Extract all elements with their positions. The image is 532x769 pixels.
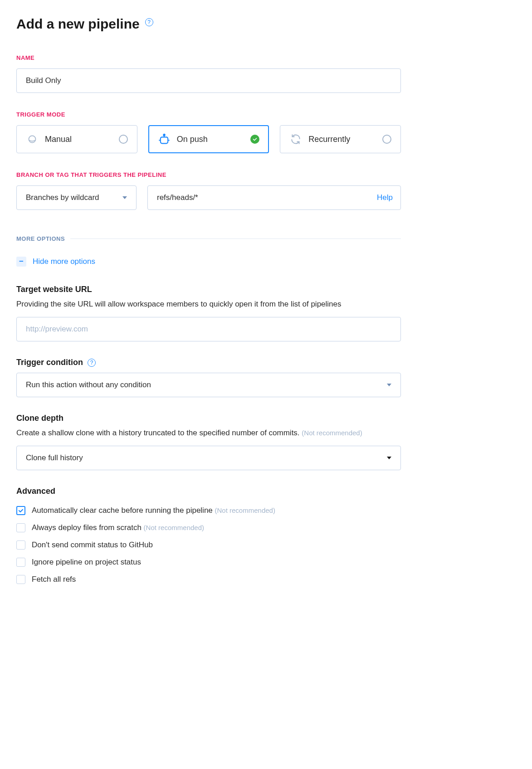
target-url-input[interactable] — [16, 317, 401, 341]
trigger-condition-heading-text: Trigger condition — [16, 358, 83, 367]
page-title-text: Add a new pipeline — [16, 16, 140, 32]
target-url-desc: Providing the site URL will allow worksp… — [16, 300, 401, 309]
more-options-label: MORE OPTIONS — [16, 235, 65, 242]
checkbox-label: Fetch all refs — [32, 575, 76, 584]
trigger-condition-heading: Trigger condition ? — [16, 358, 401, 367]
radio-unselected-icon — [382, 135, 391, 144]
trigger-on-push[interactable]: On push — [148, 125, 269, 153]
name-input[interactable] — [16, 68, 401, 93]
checkbox-label: Automatically clear cache before running… — [32, 506, 275, 515]
clone-depth-heading: Clone depth — [16, 414, 401, 423]
trigger-manual[interactable]: Manual — [16, 125, 137, 153]
chevron-down-icon — [122, 196, 127, 199]
clone-depth-desc: Create a shallow clone with a history tr… — [16, 428, 401, 438]
branch-type-select[interactable]: Branches by wildcard — [16, 185, 137, 210]
trigger-recurrently[interactable]: Recurrently — [280, 125, 401, 153]
checkbox-unchecked-icon — [16, 523, 25, 532]
chevron-down-icon — [387, 457, 391, 459]
branch-label: BRANCH OR TAG THAT TRIGGERS THE PIPELINE — [16, 171, 401, 178]
advanced-option-deploy-scratch[interactable]: Always deploy files from scratch (Not re… — [16, 523, 401, 532]
trigger-condition-value: Run this action without any condition — [26, 380, 151, 389]
checkbox-unchecked-icon — [16, 575, 25, 584]
minus-icon: − — [16, 257, 26, 267]
clone-depth-select[interactable]: Clone full history — [16, 446, 401, 470]
advanced-option-ignore-pipeline[interactable]: Ignore pipeline on project status — [16, 558, 401, 567]
advanced-option-no-commit-status[interactable]: Don't send commit status to GitHub — [16, 540, 401, 550]
advanced-option-fetch-all-refs[interactable]: Fetch all refs — [16, 575, 401, 584]
manual-icon — [26, 133, 39, 146]
svg-point-0 — [29, 136, 35, 142]
trigger-manual-label: Manual — [45, 135, 112, 144]
refresh-icon — [289, 133, 302, 146]
checkbox-unchecked-icon — [16, 540, 25, 550]
help-link[interactable]: Help — [377, 193, 393, 202]
hide-more-options-label: Hide more options — [33, 257, 95, 266]
not-recommended-label: (Not recommended) — [302, 429, 362, 437]
name-label: NAME — [16, 54, 401, 61]
branch-type-value: Branches by wildcard — [26, 193, 99, 202]
advanced-heading: Advanced — [16, 487, 401, 496]
checkbox-label: Don't send commit status to GitHub — [32, 540, 153, 550]
checkbox-unchecked-icon — [16, 558, 25, 567]
hide-more-options[interactable]: − Hide more options — [16, 257, 401, 267]
svg-rect-3 — [161, 137, 168, 143]
trigger-on-push-label: On push — [177, 135, 244, 144]
trigger-condition-select[interactable]: Run this action without any condition — [16, 373, 401, 397]
robot-icon — [158, 133, 171, 146]
page-title: Add a new pipeline ? — [16, 16, 401, 32]
clone-depth-value: Clone full history — [26, 453, 83, 462]
target-url-heading: Target website URL — [16, 285, 401, 294]
radio-selected-icon — [250, 135, 259, 144]
help-icon[interactable]: ? — [145, 18, 153, 26]
checkbox-label: Ignore pipeline on project status — [32, 558, 141, 567]
trigger-recurrently-label: Recurrently — [308, 135, 376, 144]
trigger-mode-label: TRIGGER MODE — [16, 111, 401, 118]
chevron-down-icon — [387, 384, 391, 386]
checkbox-label: Always deploy files from scratch (Not re… — [32, 523, 204, 532]
checkbox-checked-icon — [16, 506, 25, 515]
advanced-option-clear-cache[interactable]: Automatically clear cache before running… — [16, 506, 401, 515]
svg-point-1 — [163, 134, 165, 136]
help-icon[interactable]: ? — [88, 359, 96, 367]
more-options-divider: MORE OPTIONS — [16, 235, 401, 242]
branch-pattern-input[interactable] — [147, 185, 401, 210]
divider-line — [70, 238, 401, 239]
radio-unselected-icon — [119, 135, 128, 144]
